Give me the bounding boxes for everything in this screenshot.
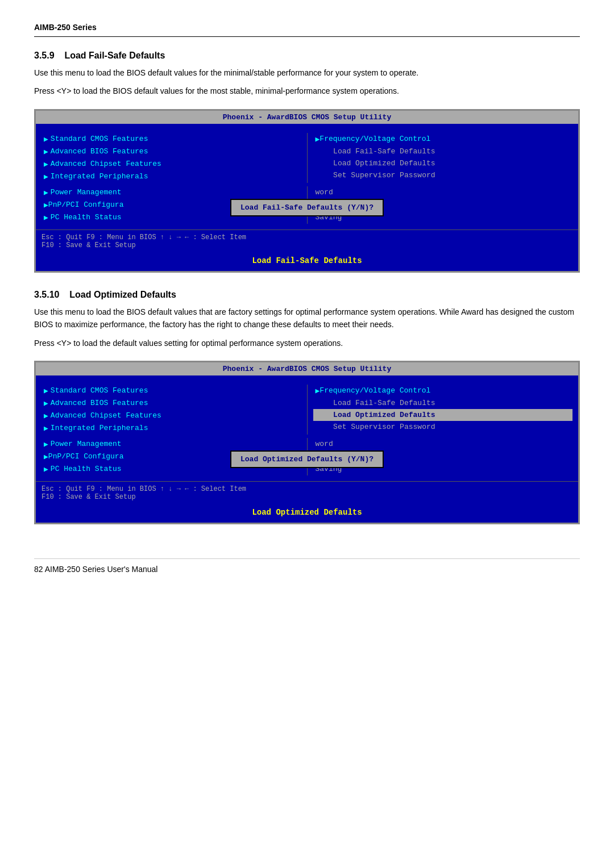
bios2-right-supervisor: Set Supervisor Password [313,421,573,433]
bios-footer-2: Esc : Quit F9 : Menu in BIOS ↑ ↓ → ← : S… [36,481,578,503]
bios-content-1: ▶ Standard CMOS Features ▶ Advanced BIOS… [36,124,578,186]
section-3510-body2: Press <Y> to load the default values set… [34,337,580,349]
bios-pnp-row-1: ▶ PnP/PCI Configura Load Fail-Safe Defau… [36,199,578,211]
section-3510: 3.5.10 Load Optimized Defaults Use this … [34,290,580,349]
section-359-title: 3.5.9 Load Fail-Safe Defaults [34,51,580,61]
bios-item-advanced-bios: ▶ Advanced BIOS Features [42,145,301,158]
bios-item-power: ▶ Power Management [42,186,301,199]
bios-title-1: Phoenix - AwardBIOS CMOS Setup Utility [36,111,578,124]
bios-right-optimized: Load Optimized Defaults [313,157,573,169]
section-359-body2: Press <Y> to load the BIOS default value… [34,85,580,97]
bios-right-failsafe: Load Fail-Safe Defaults [313,145,573,157]
bios-right-word: word [313,186,573,198]
bios2-dialog-area: ▶ Power Management word [36,438,578,450]
page-footer: 82 AIMB-250 Series User's Manual [34,558,580,574]
bios2-item-advanced-bios: ▶ Advanced BIOS Features [42,397,301,410]
bios-left-2: ▶ Standard CMOS Features ▶ Advanced BIOS… [42,385,307,435]
series-label: AIMB-250 Series [34,23,97,32]
footer-text: 82 AIMB-250 Series User's Manual [34,565,157,574]
bios-screen-2: Phoenix - AwardBIOS CMOS Setup Utility ▶… [34,361,580,524]
bios2-item-advanced-chipset: ▶ Advanced Chipset Features [42,410,301,422]
bios-content-2: ▶ Standard CMOS Features ▶ Advanced BIOS… [36,375,578,438]
bios2-right-freq: ▶ Frequency/Voltage Control [313,385,573,397]
bios-screen-1: Phoenix - AwardBIOS CMOS Setup Utility ▶… [34,109,580,273]
bios2-right-word: word [313,438,573,450]
bios-left-1: ▶ Standard CMOS Features ▶ Advanced BIOS… [42,133,307,183]
section-3510-title: 3.5.10 Load Optimized Defaults [34,290,580,300]
bios2-pnp-row: ▶ PnP/PCI Configura Load Optimized Defau… [36,450,578,463]
bios-item-standard: ▶ Standard CMOS Features [42,133,301,145]
bios2-right-optimized: Load Optimized Defaults [313,409,573,421]
bios2-right-failsafe: Load Fail-Safe Defaults [313,397,573,409]
bios-item-advanced-chipset: ▶ Advanced Chipset Features [42,158,301,170]
page-header: AIMB-250 Series [34,23,580,37]
bios-right-freq: ▶ Frequency/Voltage Control [313,133,573,145]
section-359-body1: Use this menu to load the BIOS default v… [34,66,580,79]
bios-bottom-2: Load Optimized Defaults [36,503,578,523]
section-359: 3.5.9 Load Fail-Safe Defaults Use this m… [34,51,580,98]
bios-right-supervisor: Set Supervisor Password [313,169,573,181]
bios-footer-1: Esc : Quit F9 : Menu in BIOS ↑ ↓ → ← : S… [36,229,578,252]
bios-dialog-area-1: ▶ Power Management word [36,186,578,199]
bios-right-1: ▶ Frequency/Voltage Control Load Fail-Sa… [307,133,573,183]
bios2-item-standard: ▶ Standard CMOS Features [42,385,301,397]
bios2-item-power: ▶ Power Management [42,438,301,450]
bios-item-integrated: ▶ Integrated Peripherals [42,170,301,183]
bios-bottom-1: Load Fail-Safe Defaults [36,252,578,271]
bios-spacer-1 [36,224,578,229]
bios-right-2: ▶ Frequency/Voltage Control Load Fail-Sa… [307,385,573,435]
bios2-item-integrated: ▶ Integrated Peripherals [42,422,301,435]
bios2-spacer [36,475,578,481]
bios-title-2: Phoenix - AwardBIOS CMOS Setup Utility [36,362,578,375]
section-3510-body1: Use this menu to load the BIOS default v… [34,306,580,331]
